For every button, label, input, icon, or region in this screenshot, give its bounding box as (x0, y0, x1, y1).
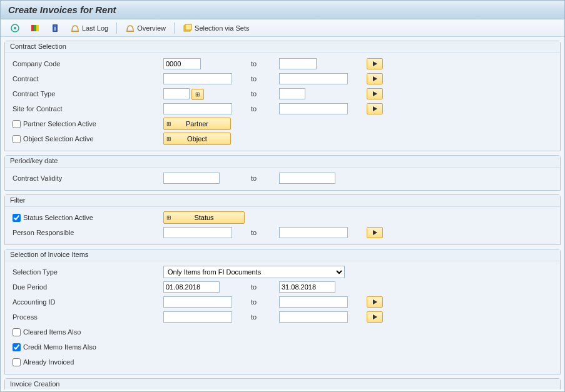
variant-icon (30, 23, 40, 33)
contract-multi-select[interactable] (367, 73, 383, 84)
status-btn-label: Status (194, 214, 213, 221)
arrow-right-icon (373, 230, 377, 235)
process-input[interactable] (163, 311, 232, 323)
group-title: Filter (5, 195, 560, 207)
acct-id-to-input[interactable] (279, 296, 348, 308)
acct-id-input[interactable] (163, 296, 232, 308)
contract-type-search-help[interactable]: ⊞ (191, 89, 204, 100)
process-to-input[interactable] (279, 311, 348, 323)
execute-icon (10, 23, 20, 33)
acct-id-label: Accounting ID (10, 298, 163, 306)
partner-button[interactable]: ⊞Partner (163, 118, 231, 130)
person-resp-input[interactable] (163, 227, 232, 238)
object-sel-label: Object Selection Active (23, 135, 94, 143)
site-input[interactable] (163, 103, 232, 114)
company-code-label: Company Code (10, 60, 163, 68)
contract-type-label: Contract Type (10, 90, 163, 98)
to-label: to (245, 174, 279, 182)
svg-rect-3 (34, 25, 36, 31)
overview-button[interactable]: Overview (121, 22, 170, 34)
already-inv-label: Already Invoiced (23, 358, 74, 366)
process-label: Process (10, 313, 163, 321)
due-from-input[interactable] (163, 281, 220, 293)
selection-sets-button[interactable]: Selection via Sets (178, 22, 253, 34)
validity-label: Contract Validity (10, 174, 163, 182)
expand-icon: ⊞ (166, 136, 171, 142)
acct-id-multi-select[interactable] (367, 296, 383, 308)
page-title: Create Invoices for Rent (1, 1, 564, 19)
info-icon: i (50, 23, 60, 33)
contract-selection-group: Contract Selection Company Code to Contr… (4, 41, 561, 151)
contract-type-to-input[interactable] (279, 88, 305, 99)
status-active-checkbox[interactable] (13, 214, 21, 222)
svg-point-1 (14, 27, 16, 29)
process-multi-select[interactable] (367, 311, 383, 323)
to-label: to (245, 298, 279, 306)
arrow-right-icon (373, 91, 377, 96)
cleared-label: Cleared Items Also (23, 328, 81, 336)
cleared-items-checkbox[interactable] (13, 328, 21, 336)
to-label: to (245, 229, 279, 236)
arrow-right-icon (373, 106, 377, 111)
company-code-multi-select[interactable] (367, 58, 383, 69)
group-title: Contract Selection (5, 41, 560, 53)
selection-type-select[interactable]: Only Items from FI Documents (163, 266, 345, 278)
credit-memo-checkbox[interactable] (13, 343, 21, 351)
person-resp-multi-select[interactable] (367, 227, 383, 238)
expand-icon: ⊞ (166, 214, 171, 221)
content-area: Contract Selection Company Code to Contr… (1, 37, 564, 389)
svg-rect-8 (126, 31, 134, 32)
site-label: Site for Contract (10, 105, 163, 113)
info-button[interactable]: i (46, 22, 64, 34)
separator (116, 23, 117, 34)
contract-to-input[interactable] (279, 73, 348, 84)
separator (174, 23, 175, 34)
object-btn-label: Object (187, 135, 207, 143)
status-active-label: Status Selection Active (23, 214, 93, 221)
arrow-right-icon (373, 76, 377, 81)
object-button[interactable]: ⊞Object (163, 133, 231, 145)
partner-btn-label: Partner (186, 120, 208, 128)
to-label: to (245, 90, 279, 98)
company-code-input[interactable] (163, 58, 201, 69)
due-to-input[interactable] (279, 281, 335, 293)
status-button[interactable]: ⊞Status (163, 211, 245, 224)
group-title: Period/key date (5, 156, 560, 168)
period-group: Period/key date Contract Validity to (4, 155, 561, 191)
site-multi-select[interactable] (367, 103, 383, 114)
overview-icon (125, 23, 135, 33)
already-invoiced-checkbox[interactable] (13, 358, 21, 366)
last-log-button[interactable]: Last Log (66, 22, 113, 34)
company-code-to-input[interactable] (279, 58, 317, 69)
svg-rect-10 (185, 24, 191, 30)
person-resp-to-input[interactable] (279, 227, 348, 238)
contract-input[interactable] (163, 73, 232, 84)
overview-label: Overview (137, 24, 166, 32)
validity-to-input[interactable] (279, 173, 335, 184)
to-label: to (245, 60, 279, 68)
svg-text:i: i (54, 25, 56, 32)
arrow-right-icon (373, 299, 377, 304)
svg-rect-4 (36, 25, 39, 31)
contract-type-multi-select[interactable] (367, 88, 383, 99)
to-label: to (245, 105, 279, 113)
contract-type-input[interactable] (163, 88, 190, 99)
sel-type-label: Selection Type (10, 268, 163, 276)
arrow-right-icon (373, 61, 377, 66)
object-selection-checkbox[interactable] (13, 135, 21, 143)
expand-icon: ⊞ (166, 121, 171, 127)
site-to-input[interactable] (279, 103, 348, 114)
validity-from-input[interactable] (163, 173, 220, 184)
last-log-label: Last Log (82, 24, 108, 32)
sets-icon (183, 23, 193, 33)
search-help-icon: ⊞ (195, 91, 200, 98)
partner-sel-label: Partner Selection Active (23, 120, 96, 128)
execute-button[interactable] (6, 22, 24, 34)
partner-selection-checkbox[interactable] (13, 120, 21, 128)
log-icon (70, 23, 80, 33)
contract-label: Contract (10, 75, 163, 83)
svg-rect-2 (31, 25, 34, 31)
variant-button[interactable] (26, 22, 44, 34)
to-label: to (245, 313, 279, 321)
due-period-label: Due Period (10, 283, 163, 291)
